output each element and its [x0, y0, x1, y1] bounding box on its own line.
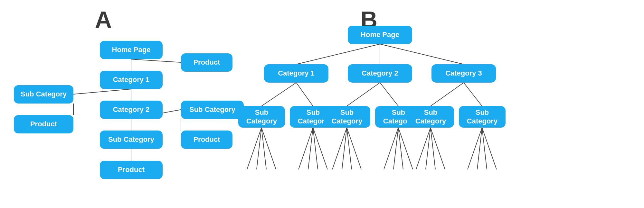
svg-line-16: [431, 83, 464, 106]
svg-line-20: [261, 128, 266, 169]
tree-node-a_home: Home Page: [100, 41, 163, 59]
svg-line-22: [298, 128, 313, 169]
tree-node-b_home: Home Page: [348, 26, 412, 44]
tree-node-a_product2: Product: [181, 131, 232, 149]
svg-line-23: [308, 128, 313, 169]
svg-line-9: [296, 44, 380, 64]
tree-node-a_product0: Product: [14, 115, 73, 133]
tree-node-b_sc1a: Sub Category: [238, 106, 285, 128]
tree-node-a_product3: Product: [100, 161, 163, 179]
diagram-container: A B Home PageProductCategory 1Sub Catego…: [0, 0, 644, 208]
svg-line-17: [464, 83, 482, 106]
svg-line-38: [468, 128, 482, 169]
tree-node-b_sc2a: Sub Category: [324, 106, 370, 128]
svg-line-14: [347, 83, 380, 106]
svg-line-32: [398, 128, 403, 169]
svg-line-33: [398, 128, 413, 169]
svg-line-24: [313, 128, 318, 169]
svg-line-29: [347, 128, 361, 169]
svg-line-18: [247, 128, 261, 169]
tree-node-a_cat1: Category 1: [100, 71, 163, 89]
svg-line-25: [313, 128, 327, 169]
svg-line-28: [347, 128, 352, 169]
svg-line-12: [261, 83, 296, 106]
svg-line-30: [384, 128, 398, 169]
svg-line-0: [131, 59, 181, 62]
svg-line-26: [332, 128, 347, 169]
svg-line-36: [431, 128, 435, 169]
svg-line-39: [477, 128, 482, 169]
svg-line-41: [482, 128, 497, 169]
tree-node-a_product1: Product: [181, 53, 232, 72]
svg-line-19: [257, 128, 261, 169]
tree-node-a_subcat2: Sub Category: [181, 101, 244, 119]
svg-line-2: [73, 89, 131, 94]
svg-line-40: [482, 128, 487, 169]
tree-node-b_cat3: Category 3: [431, 64, 496, 83]
tree-node-b_cat2: Category 2: [348, 64, 412, 83]
tree-node-a_cat2: Category 2: [100, 101, 163, 119]
tree-node-a_subcat: Sub Category: [14, 85, 73, 104]
svg-line-31: [393, 128, 398, 169]
svg-line-37: [431, 128, 445, 169]
tree-node-a_subcat3: Sub Category: [100, 131, 163, 149]
svg-line-27: [342, 128, 347, 169]
svg-line-15: [380, 83, 398, 106]
svg-line-35: [426, 128, 431, 169]
tree-node-b_sc3b: Sub Category: [459, 106, 506, 128]
svg-line-13: [296, 83, 313, 106]
tree-node-b_sc3a: Sub Category: [407, 106, 454, 128]
svg-line-21: [261, 128, 276, 169]
svg-line-11: [380, 44, 464, 64]
label-a: A: [95, 6, 112, 33]
svg-line-34: [416, 128, 431, 169]
tree-node-b_cat1: Category 1: [264, 64, 328, 83]
